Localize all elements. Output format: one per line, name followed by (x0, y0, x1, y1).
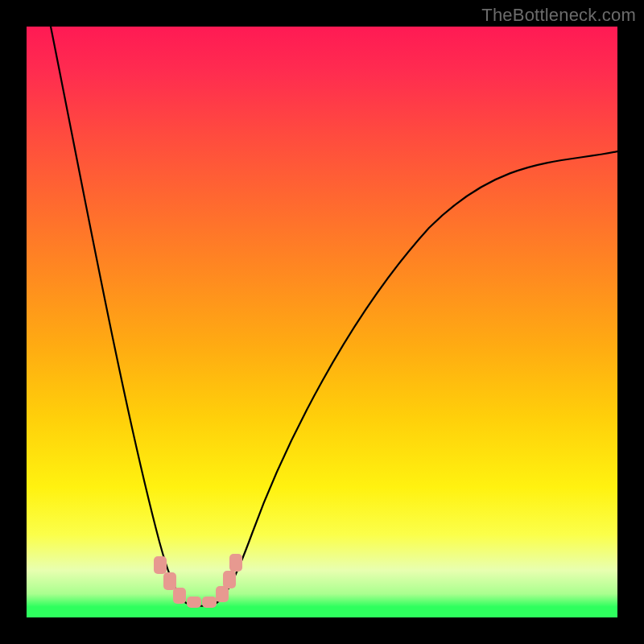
svg-rect-5 (216, 586, 229, 602)
svg-rect-1 (163, 572, 176, 590)
chart-frame: TheBottleneck.com (0, 0, 644, 644)
svg-rect-7 (229, 554, 242, 572)
svg-rect-2 (173, 588, 186, 604)
svg-rect-4 (202, 597, 217, 608)
plot-area (27, 27, 617, 617)
curve-path (51, 27, 617, 606)
watermark-text: TheBottleneck.com (481, 5, 636, 26)
svg-rect-6 (223, 571, 236, 588)
valley-beads (154, 554, 242, 608)
svg-rect-0 (154, 556, 167, 574)
svg-rect-3 (187, 597, 201, 608)
bottleneck-curve (27, 27, 617, 617)
